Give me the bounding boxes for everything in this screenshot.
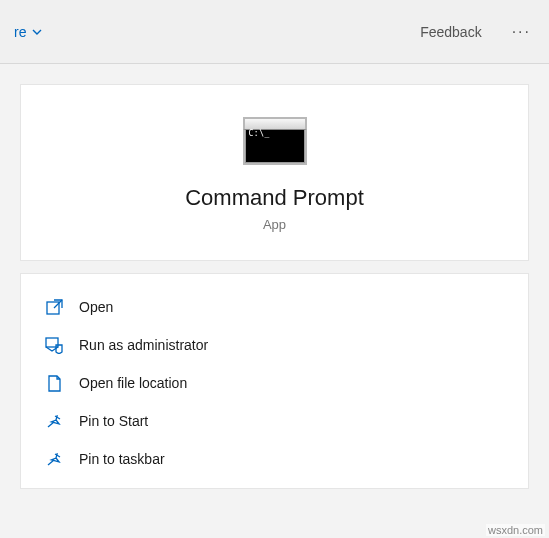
more-options-button[interactable]: ···: [506, 19, 537, 45]
more-dots-icon: ···: [512, 23, 531, 40]
svg-rect-0: [47, 302, 59, 314]
topbar: re Feedback ···: [0, 0, 549, 64]
result-title: Command Prompt: [41, 185, 508, 211]
feedback-label: Feedback: [420, 24, 481, 40]
chevron-down-icon: [32, 29, 42, 35]
feedback-button[interactable]: Feedback: [414, 20, 487, 44]
pin-start-icon: [45, 412, 63, 430]
open-icon: [45, 298, 63, 316]
action-open[interactable]: Open: [21, 288, 528, 326]
action-pin-to-start[interactable]: Pin to Start: [21, 402, 528, 440]
pin-taskbar-icon: [45, 450, 63, 468]
action-label: Pin to Start: [79, 413, 148, 429]
action-open-file-location[interactable]: Open file location: [21, 364, 528, 402]
filter-dropdown-label: re: [14, 24, 26, 40]
actions-list: Open Run as administrator Open file loca…: [20, 273, 529, 489]
action-run-as-admin[interactable]: Run as administrator: [21, 326, 528, 364]
command-prompt-icon: C:\_: [243, 117, 307, 165]
folder-icon: [45, 374, 63, 392]
filter-dropdown[interactable]: re: [12, 20, 44, 44]
result-type: App: [41, 217, 508, 232]
action-label: Run as administrator: [79, 337, 208, 353]
action-label: Pin to taskbar: [79, 451, 165, 467]
watermark: wsxdn.com: [486, 524, 545, 536]
result-content: C:\_ Command Prompt App Open: [0, 64, 549, 489]
action-label: Open: [79, 299, 113, 315]
admin-icon: [45, 336, 63, 354]
action-label: Open file location: [79, 375, 187, 391]
action-pin-to-taskbar[interactable]: Pin to taskbar: [21, 440, 528, 478]
result-header-card: C:\_ Command Prompt App: [20, 84, 529, 261]
